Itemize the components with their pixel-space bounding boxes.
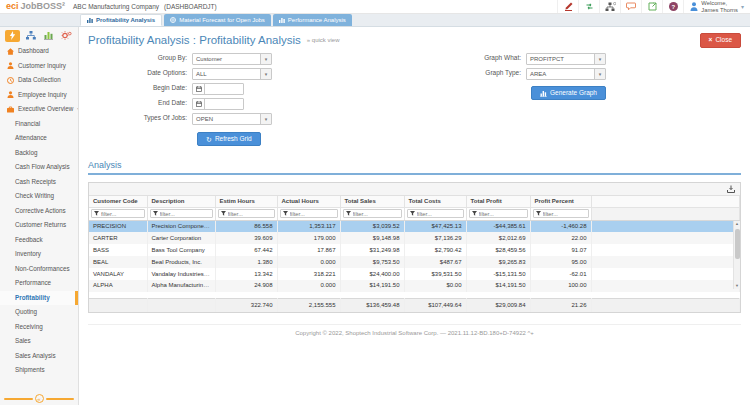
tab-profitability-analysis[interactable]: Profitability Analysis [80, 14, 162, 26]
gears-icon [61, 31, 72, 40]
title-bar: Profitability Analysis : Profitability A… [88, 33, 741, 48]
close-button[interactable]: × Close [700, 33, 741, 48]
sidebar-sub-cash-receipts[interactable]: Cash Receipts [0, 175, 78, 190]
analysis-table: Customer Code Description Estim Hours Ac… [89, 196, 740, 313]
table-row-carter[interactable]: CARTERCarter Corporation 39.609179.000 $… [89, 232, 740, 244]
sidebar-item-executive-overview[interactable]: Executive Overview ▾ [0, 102, 78, 117]
annotate-pen-button[interactable] [557, 0, 578, 13]
sidebar-sub-sales-analysis[interactable]: Sales Analysis [0, 349, 78, 364]
sync-button[interactable] [578, 0, 599, 13]
chevron-down-icon[interactable]: ▾ [260, 54, 271, 64]
sidebar-sub-financial[interactable]: Financial [0, 117, 78, 132]
sidebar-collapse-button[interactable]: « [0, 392, 78, 405]
main-layout: Dashboard Customer Inquiry Data Collecti… [0, 27, 750, 405]
begin-date-input[interactable] [205, 84, 243, 94]
user-menu[interactable]: Welcome, James Thorns ▾ [683, 0, 750, 13]
sidebar-item-customer-inquiry[interactable]: Customer Inquiry [0, 59, 78, 74]
help-button[interactable]: ? [662, 0, 683, 13]
graph-what-select[interactable]: PROFITPCT ▾ [526, 53, 606, 65]
sidebar-sub-inventory[interactable]: Inventory [0, 247, 78, 262]
sidebar-sub-customer-returns[interactable]: Customer Returns [0, 218, 78, 233]
funnel-icon[interactable] [536, 211, 541, 216]
sidebar-sub-non-conformances[interactable]: Non-Conformances [0, 262, 78, 277]
col-estim-hours[interactable]: Estim Hours [215, 196, 277, 208]
end-date-field[interactable] [192, 98, 244, 110]
types-of-jobs-select[interactable]: OPEN ▾ [192, 113, 272, 125]
export-button[interactable] [727, 185, 735, 193]
sidebar-sub-receiving[interactable]: Receiving [0, 320, 78, 335]
sidebar-sub-cash-flow-analysis[interactable]: Cash Flow Analysis [0, 160, 78, 175]
table-row-precision[interactable]: PRECISIONPrecision Components,... 86.558… [89, 220, 740, 232]
end-date-input[interactable] [205, 99, 243, 109]
sidebar-sub-sales[interactable]: Sales [0, 334, 78, 349]
table-row-beal[interactable]: BEALBeal Products, Inc. 1.3800.000 $9,75… [89, 256, 740, 268]
col-actual-hours[interactable]: Actual Hours [277, 196, 340, 208]
filter-actual-hours[interactable] [290, 211, 335, 217]
col-total-costs[interactable]: Total Costs [404, 196, 466, 208]
col-customer-code[interactable]: Customer Code [89, 196, 147, 208]
funnel-icon[interactable] [472, 211, 477, 216]
sidebar-sub-corrective-actions[interactable]: Corrective Actions [0, 204, 78, 219]
sidebar-sub-profitability[interactable]: Profitability [0, 291, 78, 306]
calendar-icon[interactable] [193, 99, 205, 109]
col-total-sales[interactable]: Total Sales [340, 196, 404, 208]
table-row-alpha[interactable]: ALPHAAlpha Manufacturing, I... 24.9080.0… [89, 280, 740, 292]
group-by-select[interactable]: Customer ▾ [192, 53, 272, 65]
filter-description[interactable] [160, 211, 210, 217]
chat-button[interactable] [620, 0, 641, 13]
scrollbar-thumb[interactable] [735, 229, 740, 260]
table-scrollbar[interactable]: ▲ ▼ [733, 221, 740, 290]
funnel-icon[interactable] [221, 211, 226, 216]
hierarchy-button[interactable] [25, 30, 38, 42]
sidebar-sub-backlog[interactable]: Backlog [0, 146, 78, 161]
sidebar-sub-shipments[interactable]: Shipments [0, 363, 78, 378]
calendar-icon[interactable] [193, 84, 205, 94]
quick-view-link[interactable]: » quick view [307, 37, 340, 43]
date-options-select[interactable]: ALL ▾ [192, 68, 272, 80]
filter-total-costs[interactable] [417, 211, 461, 217]
funnel-icon[interactable] [346, 211, 351, 216]
open-external-button[interactable] [641, 0, 662, 13]
table-row-vandalay[interactable]: VANDALAYVandalay Industries, Inc. 13.342… [89, 268, 740, 280]
table-row-bass[interactable]: BASSBass Tool Company 67.44217.867 $31,2… [89, 244, 740, 256]
analytics-button[interactable] [42, 30, 55, 42]
col-description[interactable]: Description [147, 196, 215, 208]
funnel-icon[interactable] [94, 211, 99, 216]
chevron-down-icon[interactable]: ▾ [594, 54, 605, 64]
sidebar-sub-feedback[interactable]: Feedback [0, 233, 78, 248]
col-total-profit[interactable]: Total Profit [466, 196, 530, 208]
sidebar-sub-check-writing[interactable]: Check Writing [0, 189, 78, 204]
funnel-icon[interactable] [410, 211, 415, 216]
tab-performance-analysis[interactable]: Performance Analysis [273, 14, 352, 26]
funnel-icon[interactable] [153, 211, 158, 216]
sidebar-item-data-collection[interactable]: Data Collection [0, 73, 78, 88]
org-chart-button[interactable] [599, 0, 620, 13]
filter-estim-hours[interactable] [228, 211, 272, 217]
sidebar-item-employee-inquiry[interactable]: Employee Inquiry [0, 88, 78, 103]
settings-gears-button[interactable] [60, 30, 73, 42]
graph-type-select[interactable]: AREA ▾ [526, 68, 606, 80]
sidebar-item-dashboard[interactable]: Dashboard [0, 44, 78, 59]
home-icon [7, 48, 14, 55]
chevron-down-icon[interactable]: ▾ [260, 69, 271, 79]
refresh-grid-button[interactable]: ↻ Refresh Grid [197, 132, 261, 146]
chevron-down-icon[interactable]: ▾ [594, 69, 605, 79]
sidebar-sub-attendance[interactable]: Attendance [0, 131, 78, 146]
quick-actions-button[interactable] [5, 30, 20, 42]
tab-material-forecast[interactable]: Material Forecast for Open Jobs [164, 14, 271, 26]
generate-graph-button[interactable]: Generate Graph [531, 86, 606, 100]
filter-customer-code[interactable] [101, 211, 142, 217]
page-title: Profitability Analysis : Profitability A… [88, 35, 301, 47]
begin-date-field[interactable] [192, 83, 244, 95]
chevron-down-icon[interactable]: ▾ [260, 114, 271, 124]
filter-total-profit[interactable] [479, 211, 525, 217]
bar-chart-icon [87, 17, 93, 23]
sidebar-sub-quoting[interactable]: Quoting [0, 305, 78, 320]
scroll-up-icon[interactable]: ▲ [735, 221, 739, 228]
filter-total-sales[interactable] [353, 211, 399, 217]
funnel-icon[interactable] [283, 211, 288, 216]
sidebar-sub-performance[interactable]: Performance [0, 276, 78, 291]
scroll-down-icon[interactable]: ▼ [735, 282, 739, 289]
col-profit-percent[interactable]: Profit Percent [530, 196, 591, 208]
filter-profit-percent[interactable] [543, 211, 586, 217]
